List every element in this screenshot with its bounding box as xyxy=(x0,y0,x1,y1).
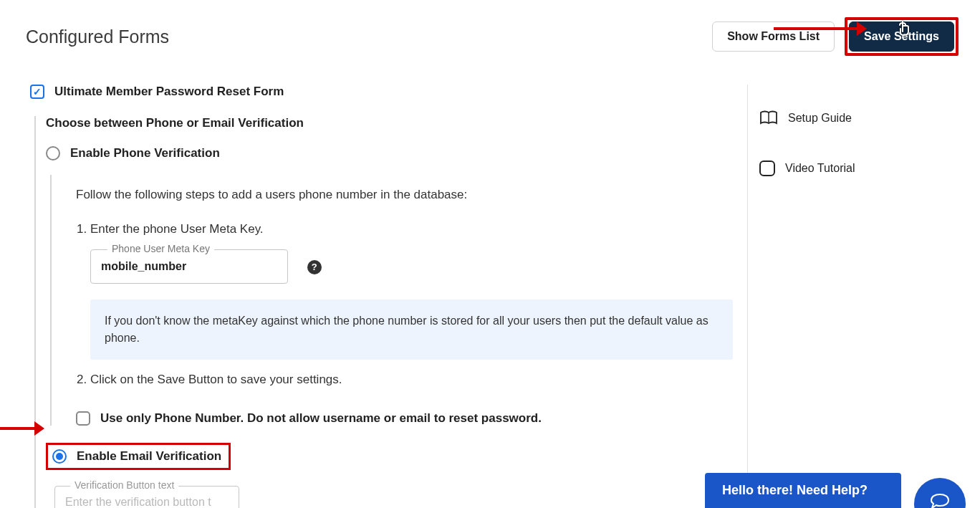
show-forms-list-button[interactable]: Show Forms List xyxy=(712,21,835,52)
step-2: Click on the Save Button to save your se… xyxy=(90,373,733,387)
step-1: Enter the phone User Meta Key. Phone Use… xyxy=(90,222,733,360)
meta-key-info-box: If you don't know the metaKey against wh… xyxy=(90,299,733,360)
video-icon xyxy=(759,160,775,176)
enable-email-radio[interactable] xyxy=(52,449,67,464)
annotation-arrow-left xyxy=(0,427,34,430)
video-tutorial-label: Video Tutorial xyxy=(785,162,855,175)
video-tutorial-link[interactable]: Video Tutorial xyxy=(759,160,959,176)
only-phone-checkbox[interactable] xyxy=(76,411,90,426)
phone-meta-key-label: Phone User Meta Key xyxy=(107,243,214,254)
chat-icon xyxy=(928,492,952,508)
enable-email-label: Enable Email Verification xyxy=(77,449,221,464)
book-icon xyxy=(759,110,778,126)
only-phone-label: Use only Phone Number. Do not allow user… xyxy=(100,411,542,426)
steps-intro-text: Follow the following steps to add a user… xyxy=(76,188,733,202)
phone-meta-key-input[interactable] xyxy=(90,249,288,284)
form-enabled-checkbox[interactable] xyxy=(30,85,44,99)
enable-phone-radio[interactable] xyxy=(46,146,60,160)
annotation-arrow-top xyxy=(774,27,857,30)
cursor-icon xyxy=(898,20,911,36)
verification-button-text-label: Verification Button text xyxy=(70,479,178,491)
page-title: Configured Forms xyxy=(26,27,169,47)
enable-phone-label: Enable Phone Verification xyxy=(70,146,220,160)
help-chat-bubble[interactable]: Hello there! Need Help? xyxy=(705,473,901,508)
annotation-highlight-email: Enable Email Verification xyxy=(46,443,231,470)
form-enabled-label: Ultimate Member Password Reset Form xyxy=(54,85,284,99)
help-icon[interactable]: ? xyxy=(307,260,322,274)
setup-guide-link[interactable]: Setup Guide xyxy=(759,110,959,126)
setup-guide-label: Setup Guide xyxy=(788,112,852,125)
choose-verification-heading: Choose between Phone or Email Verificati… xyxy=(46,116,733,130)
